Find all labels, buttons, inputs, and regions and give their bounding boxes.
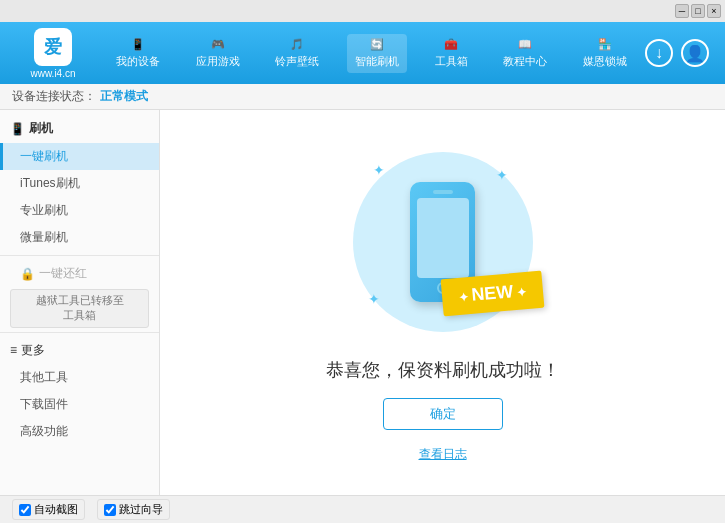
confirm-button[interactable]: 确定 [383,398,503,430]
nav-apps-games[interactable]: 🎮 应用游戏 [188,34,248,73]
auto-send-checkbox[interactable] [19,504,31,516]
footer-wrapper: 自动截图 跳过向导 📱 iPhone 12 mini 64GB Down-12m… [0,495,725,523]
sparkle-1: ✦ [373,162,385,178]
close-button[interactable]: × [707,4,721,18]
lock-icon: 🔒 [20,267,35,281]
sparkle-3: ✦ [368,291,380,307]
nav-ringtones[interactable]: 🎵 铃声壁纸 [267,34,327,73]
titlebar: ─ □ × [0,0,725,22]
phone-screen [417,198,469,278]
main-area: 📱 刷机 一键刷机 iTunes刷机 专业刷机 微量刷机 🔒 一键还红 越狱工具… [0,110,725,495]
sidebar-item-micro-flash[interactable]: 微量刷机 [0,224,159,251]
nav-my-device[interactable]: 📱 我的设备 [108,34,168,73]
wizard-checkbox[interactable] [104,504,116,516]
circle-background: ✦ ✦ ✦ NEW [353,152,533,332]
sidebar-section-locked: 🔒 一键还红 [0,260,159,287]
smart-flash-icon: 🔄 [370,38,384,51]
sidebar-item-download-firmware[interactable]: 下载固件 [0,391,159,418]
store-icon: 🏪 [598,38,612,51]
wizard-checkbox-area[interactable]: 跳过向导 [97,499,170,520]
logo-url: www.i4.cn [30,68,75,79]
logo-area: 爱 www.i4.cn [8,28,98,79]
sparkle-2: ✦ [496,167,508,183]
apps-games-icon: 🎮 [211,38,225,51]
new-badge: NEW [440,271,544,317]
wizard-label: 跳过向导 [119,502,163,517]
nav-bar: 📱 我的设备 🎮 应用游戏 🎵 铃声壁纸 🔄 智能刷机 🧰 工具箱 📖 教程中心… [98,34,645,73]
content-area: ✦ ✦ ✦ NEW 恭喜您，保资料刷机成功啦！ 确定 查看日志 [160,110,725,495]
user-button[interactable]: 👤 [681,39,709,67]
sidebar: 📱 刷机 一键刷机 iTunes刷机 专业刷机 微量刷机 🔒 一键还红 越狱工具… [0,110,160,495]
auto-send-label: 自动截图 [34,502,78,517]
locked-message: 越狱工具已转移至工具箱 [10,289,149,328]
ringtones-icon: 🎵 [290,38,304,51]
phone-illustration: ✦ ✦ ✦ NEW [343,142,543,342]
sidebar-section-more: ≡ 更多 [0,337,159,364]
auto-send-checkbox-area[interactable]: 自动截图 [12,499,85,520]
sidebar-item-pro-flash[interactable]: 专业刷机 [0,197,159,224]
checkbox-row: 自动截图 跳过向导 [0,496,725,523]
tutorials-icon: 📖 [518,38,532,51]
phone-speaker [433,190,453,194]
sidebar-item-advanced[interactable]: 高级功能 [0,418,159,445]
header-right: ↓ 👤 [645,39,717,67]
sidebar-divider-1 [0,255,159,256]
flash-section-icon: 📱 [10,122,25,136]
maximize-button[interactable]: □ [691,4,705,18]
sidebar-item-itunes-flash[interactable]: iTunes刷机 [0,170,159,197]
svg-text:爱: 爱 [44,37,62,57]
success-message: 恭喜您，保资料刷机成功啦！ [326,358,560,382]
sidebar-section-flash: 📱 刷机 [0,114,159,143]
header: 爱 www.i4.cn 📱 我的设备 🎮 应用游戏 🎵 铃声壁纸 🔄 智能刷机 … [0,22,725,84]
my-device-icon: 📱 [131,38,145,51]
minimize-button[interactable]: ─ [675,4,689,18]
download-button[interactable]: ↓ [645,39,673,67]
nav-toolbox[interactable]: 🧰 工具箱 [427,34,476,73]
view-log-link[interactable]: 查看日志 [419,446,467,463]
sidebar-divider-2 [0,332,159,333]
toolbox-icon: 🧰 [444,38,458,51]
nav-smart-flash[interactable]: 🔄 智能刷机 [347,34,407,73]
logo-icon: 爱 [34,28,72,66]
status-bar: 设备连接状态： 正常模式 [0,84,725,110]
nav-store[interactable]: 🏪 媒恩锁城 [575,34,635,73]
sidebar-item-one-key-flash[interactable]: 一键刷机 [0,143,159,170]
nav-tutorials[interactable]: 📖 教程中心 [495,34,555,73]
sidebar-item-other-tools[interactable]: 其他工具 [0,364,159,391]
more-section-icon: ≡ [10,343,17,357]
